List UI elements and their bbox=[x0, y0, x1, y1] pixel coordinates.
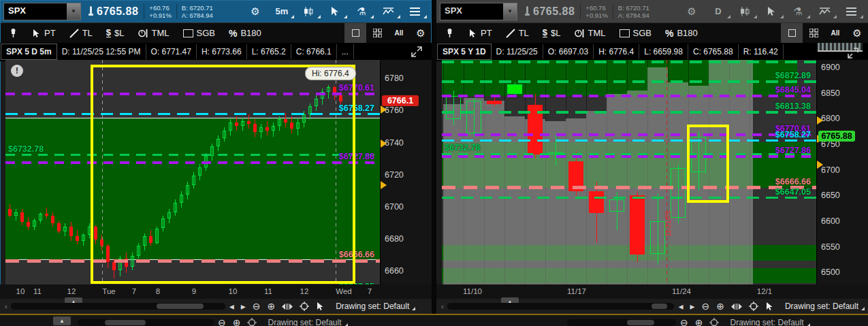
single-chart-button[interactable] bbox=[344, 23, 366, 43]
apply-all-button[interactable]: All bbox=[824, 23, 846, 43]
crosshair-icon[interactable] bbox=[746, 301, 761, 311]
symbol-text[interactable]: SPX bbox=[4, 3, 67, 20]
menu-hamburger-icon[interactable] bbox=[838, 3, 864, 20]
tool-tl-button[interactable]: TL bbox=[499, 23, 536, 43]
chart-scrollbar[interactable] bbox=[11, 303, 225, 310]
pin-icon[interactable] bbox=[436, 23, 462, 43]
pan-right-icon[interactable]: ▸ bbox=[687, 301, 697, 312]
price-line[interactable] bbox=[442, 133, 816, 136]
price-line[interactable] bbox=[442, 197, 816, 199]
grid-layout-button[interactable] bbox=[366, 23, 388, 43]
crosshair-icon[interactable] bbox=[244, 318, 259, 326]
auto-scale-icon[interactable] bbox=[279, 303, 295, 310]
tool-sgb-button[interactable]: SGB bbox=[613, 23, 658, 43]
zoom-out-icon[interactable]: ⊖ bbox=[250, 301, 263, 312]
patterns-wave-icon[interactable] bbox=[811, 3, 837, 20]
scrollbar-thumb[interactable] bbox=[627, 320, 654, 325]
zoom-in-icon[interactable]: ⊕ bbox=[692, 317, 706, 326]
date-marker-line[interactable] bbox=[666, 60, 667, 284]
timeframe-button[interactable]: 5m bbox=[269, 3, 295, 20]
drawing-rect[interactable] bbox=[687, 125, 729, 203]
patterns-wave-icon[interactable] bbox=[375, 3, 401, 20]
pin-icon[interactable] bbox=[0, 23, 25, 43]
chart-scrollbar[interactable] bbox=[78, 319, 214, 326]
chart-settings-gear-icon[interactable]: ⚙ bbox=[410, 23, 432, 43]
chart-canvas[interactable]: ! 11/21/25$6872.89$6845.04$6813.38$6770.… bbox=[442, 60, 816, 284]
alert-marker[interactable] bbox=[381, 181, 387, 189]
scrollbar-thumb[interactable] bbox=[652, 304, 667, 309]
tool-tml-button[interactable]: TML bbox=[131, 23, 176, 43]
symbol-input[interactable]: SPX ▼ bbox=[3, 3, 81, 20]
drawing-set-selector[interactable]: Drawing set: Default bbox=[336, 301, 416, 311]
drawing-set-selector[interactable]: Drawing set: Default bbox=[785, 301, 865, 311]
tool-sl-button[interactable]: $$L bbox=[99, 23, 131, 43]
studies-flask-icon[interactable]: ⚗ bbox=[349, 3, 374, 20]
price-axis[interactable]: 67806760674067206700668066606766.1 bbox=[380, 60, 432, 284]
scrollbar-thumb[interactable] bbox=[105, 320, 146, 325]
cursor-icon[interactable] bbox=[762, 301, 777, 311]
alert-exclamation-icon[interactable]: ! bbox=[11, 65, 23, 77]
studies-flask-icon[interactable]: ⚗ bbox=[785, 3, 811, 20]
collapse-expand-icon[interactable] bbox=[846, 47, 860, 59]
tool-pt-button[interactable]: PT bbox=[25, 23, 63, 43]
pan-right-icon[interactable]: ▸ bbox=[238, 301, 248, 312]
price-line[interactable] bbox=[442, 80, 816, 83]
timeframe-button[interactable]: D bbox=[705, 3, 731, 20]
single-chart-button[interactable] bbox=[781, 23, 803, 43]
price-line[interactable] bbox=[442, 155, 816, 158]
alert-marker[interactable] bbox=[817, 116, 823, 125]
collapse-expand-icon[interactable] bbox=[410, 46, 423, 58]
cursor-tool-icon[interactable] bbox=[758, 3, 784, 20]
price-line[interactable] bbox=[442, 186, 816, 189]
scroll-left-icon[interactable]: ‹ bbox=[3, 302, 10, 310]
scroll-left-icon[interactable]: ‹ bbox=[439, 302, 446, 310]
alert-marker[interactable] bbox=[381, 140, 387, 148]
price-line[interactable] bbox=[442, 111, 816, 114]
crosshair-icon[interactable] bbox=[707, 318, 722, 326]
menu-hamburger-icon[interactable] bbox=[402, 3, 428, 20]
grid-layout-button[interactable] bbox=[803, 23, 824, 43]
drawing-set-selector[interactable]: Drawing set: Default bbox=[730, 318, 810, 326]
scrollbar-thumb[interactable] bbox=[157, 304, 204, 309]
zoom-out-icon[interactable]: ⊖ bbox=[698, 301, 712, 312]
apply-all-button[interactable]: All bbox=[388, 23, 410, 43]
panel-divider[interactable] bbox=[432, 0, 436, 314]
auto-scale-icon[interactable] bbox=[728, 303, 745, 310]
zoom-in-icon[interactable]: ⊕ bbox=[713, 301, 727, 312]
chart-settings-gear-icon[interactable]: ⚙ bbox=[846, 23, 868, 43]
settings-gear-icon[interactable]: ⚙ bbox=[679, 3, 705, 20]
symbol-dropdown-button[interactable]: ▼ bbox=[67, 3, 80, 20]
chart-canvas[interactable]: ! $6770.61$6758.27$6732.78$6727.86$6666.… bbox=[5, 60, 380, 284]
tool-b180-button[interactable]: %B180 bbox=[222, 23, 268, 43]
symbol-input[interactable]: SPX ▼ bbox=[440, 3, 517, 20]
alert-marker[interactable] bbox=[817, 161, 823, 169]
chart-scrollbar[interactable] bbox=[447, 303, 675, 310]
zoom-in-icon[interactable]: ⊕ bbox=[264, 301, 278, 312]
tool-sl-button[interactable]: $$L bbox=[536, 23, 568, 43]
alert-marker[interactable] bbox=[381, 105, 387, 114]
collapse-tab[interactable]: ▲ bbox=[53, 316, 71, 325]
cursor-tool-icon[interactable] bbox=[322, 3, 348, 20]
settings-gear-icon[interactable]: ⚙ bbox=[242, 3, 268, 20]
zoom-in-icon[interactable]: ⊕ bbox=[230, 317, 244, 326]
tool-sgb-button[interactable]: SGB bbox=[176, 23, 222, 43]
crosshair-icon[interactable] bbox=[297, 301, 312, 311]
pan-left-icon[interactable]: ◂ bbox=[675, 301, 686, 312]
zoom-out-icon[interactable]: ⊖ bbox=[677, 317, 691, 326]
cursor-icon[interactable] bbox=[313, 301, 327, 311]
price-line[interactable] bbox=[442, 140, 816, 142]
price-line[interactable] bbox=[442, 61, 816, 63]
symbol-text[interactable]: SPX bbox=[440, 3, 503, 20]
tool-pt-button[interactable]: PT bbox=[462, 23, 499, 43]
chart-scrollbar[interactable] bbox=[567, 319, 676, 326]
chart-type-icon[interactable] bbox=[295, 3, 321, 20]
drawing-set-selector[interactable]: Drawing set: Default bbox=[268, 318, 348, 326]
symbol-dropdown-button[interactable]: ▼ bbox=[503, 3, 517, 20]
price-axis[interactable]: 6900685068006750670066506600655065006765… bbox=[816, 60, 868, 284]
drawing-rect[interactable] bbox=[91, 65, 355, 284]
chart-type-icon[interactable] bbox=[732, 3, 758, 20]
more-cell[interactable]: ... bbox=[337, 44, 354, 59]
zoom-out-icon[interactable]: ⊖ bbox=[215, 317, 229, 326]
price-line[interactable] bbox=[442, 95, 816, 97]
pan-left-icon[interactable]: ◂ bbox=[227, 301, 237, 312]
